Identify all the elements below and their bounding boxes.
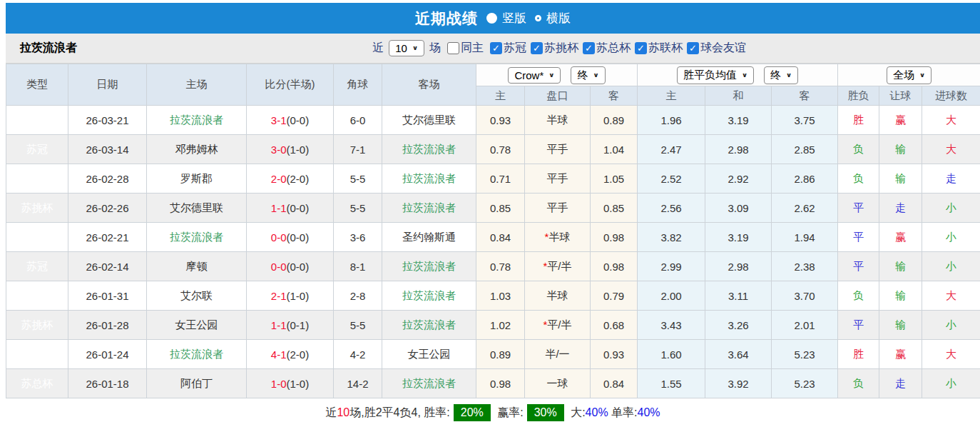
home-team-name: 摩顿 <box>186 260 208 272</box>
home-team-name: 艾尔德里联 <box>170 201 223 214</box>
results-tbody: 苏冠26-03-21拉茨流浪者3-1(0-0)6-0艾尔德里联0.93半球0.8… <box>6 106 980 398</box>
odds-type-select[interactable]: 胜平负均值 ∨ <box>677 66 754 84</box>
full-time-score: 1-0 <box>271 378 287 390</box>
view-option-horizontal[interactable]: 横版 <box>535 10 571 26</box>
scope-select-value: 全场 <box>893 69 914 82</box>
bookmaker-select-value: Crow* <box>514 69 543 81</box>
handicap-result: 赢 <box>879 223 922 252</box>
away-team-name: 艾尔德里联 <box>402 114 456 126</box>
table-row: 苏冠26-02-28罗斯郡2-0(2-0)5-5拉茨流浪者0.71平手1.052… <box>6 164 980 194</box>
home-team: 女王公园 <box>147 311 247 340</box>
table-row: 苏冠26-01-31艾尔联2-1(1-0)2-8拉茨流浪者1.03半球0.792… <box>6 281 980 311</box>
goals-result: 小 <box>922 252 980 281</box>
rate-badge: 30% <box>527 404 564 421</box>
handicap-cell: 半球 <box>525 281 591 311</box>
avg-away-odds: 2.01 <box>772 311 838 340</box>
handicap-value: 平手 <box>547 143 568 155</box>
odds-stage-select[interactable]: 终 ∨ <box>764 66 798 84</box>
goals-result: 小 <box>922 223 980 252</box>
wdl-result: 胜 <box>838 340 879 369</box>
competition-checkbox[interactable]: ✓苏挑杯 <box>526 41 578 56</box>
avg-home-odds: 1.55 <box>638 369 705 398</box>
recent-label: 近 <box>372 41 384 56</box>
checkbox-checked-icon[interactable]: ✓ <box>687 42 699 54</box>
away-team: 拉茨流浪者 <box>382 252 476 281</box>
crow-away-odds: 1.05 <box>591 164 638 194</box>
chevron-down-icon: ∨ <box>548 71 554 78</box>
competition-checkbox[interactable]: ✓球会友谊 <box>683 41 746 56</box>
league-badge: 苏挑杯 <box>6 194 68 223</box>
checkbox-unchecked-icon[interactable] <box>447 42 459 54</box>
home-team-name: 艾尔联 <box>180 289 213 301</box>
handicap-value: 半球 <box>548 231 570 243</box>
competition-label: 苏冠 <box>504 41 526 56</box>
home-team: 艾尔德里联 <box>147 194 247 223</box>
competition-checkbox[interactable]: ✓苏总杯 <box>578 41 631 56</box>
full-time-score: 1-1 <box>271 319 287 331</box>
title-bar: 近期战绩 竖版 横版 <box>6 3 980 34</box>
half-time-score: (0-0) <box>287 202 310 214</box>
crow-home-odds: 0.78 <box>476 252 525 281</box>
away-team-name: 拉茨流浪者 <box>402 143 456 155</box>
odds-stage-value: 终 <box>770 69 781 82</box>
corners-cell: 14-2 <box>334 369 382 398</box>
competition-checkbox[interactable]: ✓苏联杯 <box>631 41 683 56</box>
page-title: 近期战绩 <box>415 9 478 29</box>
competition-label: 苏总杯 <box>596 41 631 56</box>
same-home-checkbox[interactable]: 同主 <box>443 41 484 56</box>
away-team-name: 拉茨流浪者 <box>402 201 456 214</box>
competition-filters: ✓苏冠✓苏挑杯✓苏总杯✓苏联杯✓球会友谊 <box>486 41 746 56</box>
score-cell: 0-0(0-0) <box>247 223 334 252</box>
checkbox-checked-icon[interactable]: ✓ <box>490 42 502 54</box>
half-time-score: (1-0) <box>287 290 310 302</box>
home-team: 拉茨流浪者 <box>147 223 247 252</box>
full-time-score: 2-0 <box>271 173 287 185</box>
bookmaker-select[interactable]: Crow* ∨ <box>508 67 561 84</box>
checkbox-checked-icon[interactable]: ✓ <box>635 42 647 54</box>
recent-count-select[interactable]: 10 ∨ <box>389 40 424 56</box>
summary-text: 赢率: <box>494 406 524 421</box>
wdl-result: 负 <box>838 281 879 311</box>
match-date: 26-02-28 <box>68 164 147 194</box>
avg-draw-odds: 3.19 <box>705 223 772 252</box>
crow-away-odds: 0.68 <box>591 311 638 340</box>
col-header-home: 主场 <box>147 64 247 106</box>
score-cell: 0-0(0-0) <box>247 252 334 281</box>
score-cell: 1-1(0-1) <box>247 311 334 340</box>
half-time-score: (0-0) <box>287 261 310 273</box>
home-team-name: 阿伯丁 <box>180 377 213 389</box>
half-time-score: (0-0) <box>287 231 310 243</box>
away-team: 艾尔德里联 <box>382 106 476 135</box>
competition-checkbox[interactable]: ✓苏冠 <box>486 41 526 56</box>
match-date: 26-01-31 <box>68 281 147 311</box>
corners-cell: 6-0 <box>334 106 382 135</box>
home-team: 邓弗姆林 <box>147 135 247 164</box>
avg-draw-odds: 2.98 <box>705 135 772 164</box>
corners-cell: 3-6 <box>334 223 382 252</box>
radio-selected-icon[interactable] <box>486 13 497 24</box>
bookmaker-stage-value: 终 <box>577 69 588 82</box>
checkbox-checked-icon[interactable]: ✓ <box>531 42 543 54</box>
odds-type-value: 胜平负均值 <box>683 69 737 82</box>
view-option-vertical-label: 竖版 <box>502 10 526 26</box>
league-badge: 苏总杯 <box>6 369 68 398</box>
odds-group-header: 胜平负均值 ∨ 终 ∨ <box>638 64 838 86</box>
full-time-score: 3-0 <box>271 144 287 156</box>
competition-label: 球会友谊 <box>700 41 746 56</box>
checkbox-checked-icon[interactable]: ✓ <box>583 42 595 54</box>
home-team-name: 拉茨流浪者 <box>170 231 223 243</box>
away-team: 拉茨流浪者 <box>382 311 476 340</box>
avg-draw-odds: 3.92 <box>705 369 772 398</box>
corners-cell: 5-5 <box>334 164 382 194</box>
recent-results-panel: 近期战绩 竖版 横版 拉茨流浪者 近 10 ∨ 场 同主 ✓苏冠✓苏挑杯✓苏总杯… <box>6 3 980 427</box>
summary-count: 10 <box>337 406 349 419</box>
match-date: 26-02-21 <box>68 223 147 252</box>
home-team: 艾尔联 <box>147 281 247 311</box>
bookmaker-stage-select[interactable]: 终 ∨ <box>571 66 605 84</box>
away-team-name: 女王公园 <box>408 348 451 360</box>
goals-result: 小 <box>922 369 980 398</box>
scope-select[interactable]: 全场 ∨ <box>887 66 931 84</box>
full-time-score: 0-0 <box>271 261 287 273</box>
radio-unselected-icon[interactable] <box>535 15 541 21</box>
view-option-vertical[interactable]: 竖版 <box>486 10 526 26</box>
